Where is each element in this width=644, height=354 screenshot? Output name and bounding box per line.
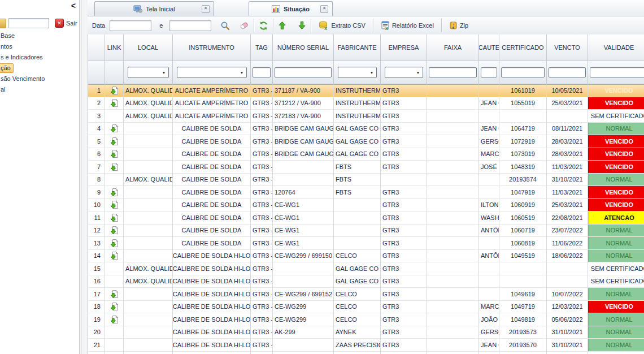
sidebar-search-input[interactable] [8,18,49,28]
search-icon[interactable] [219,20,231,32]
table-row[interactable]: 11CALIBRE DE SOLDAGTR3 -CE-WG1GTR3WASHI1… [88,211,644,225]
cell-local [124,250,173,263]
table-row[interactable]: 9CALIBRE DE SOLDAGTR3 -120764FBTSGTR3104… [88,186,644,199]
filter-input-tag[interactable] [253,67,271,77]
cell-link [105,186,124,199]
download-link-icon[interactable] [110,149,119,158]
cell-fabricante: GAL GAGE CO [334,262,381,275]
download-link-icon[interactable] [110,137,119,146]
cell-empresa: GTR3 [381,288,427,301]
filter-select-empresa[interactable]: ▼ [385,67,423,78]
filter-input-vencto[interactable] [549,67,586,77]
filter-cell-link [105,61,124,84]
column-header-caute: CAUTE [479,34,499,61]
cell-link [105,301,124,314]
toolbar-button-zip[interactable]: Zip [445,19,472,32]
cell-n: 9 [88,186,105,199]
cell-link [105,148,124,161]
sidebar-item-0[interactable]: Base [0,32,15,39]
download-link-icon[interactable] [110,302,119,311]
download-link-icon[interactable] [110,162,119,171]
filter-input-serial[interactable] [275,67,332,77]
cell-instrumento: CALIBRE DE SOLDA HI-LO [173,250,251,263]
table-row[interactable]: 4CALIBRE DE SOLDAGTR3 -BRIDGE CAM GAUGEG… [88,123,644,136]
tab-situação[interactable]: Situação✕ [249,1,333,16]
table-row[interactable]: 12CALIBRE DE SOLDAGTR3 -CE-WG1GTR3ANTÔN1… [88,225,644,238]
cell-empresa: GTR3 [381,161,427,174]
table-row[interactable]: 14CALIBRE DE SOLDA HI-LOGTR3 -CE-WG299 /… [88,250,644,263]
table-row[interactable]: 10CALIBRE DE SOLDAGTR3 -CE-WG1GTR3ILTON1… [88,199,644,212]
sidebar-item-2[interactable]: s e Indicadores [0,54,43,61]
cell-tag: GTR3 - [251,237,273,250]
arrow-down-icon[interactable] [297,20,307,31]
table-row[interactable]: 17CALIBRE DE SOLDA HI-LOGTR3 -CE-WG299 /… [88,288,644,301]
table-row[interactable]: 2ALMOX. QUALIDADEALICATE AMPERÍMETROGTR3… [88,97,644,110]
exit-label: Sair [66,20,77,27]
table-row[interactable]: 20CALIBRE DE SOLDA HI-LOGTR3 -AK-299AYNE… [88,326,644,339]
table-row[interactable]: 6CALIBRE DE SOLDAGTR3 -BRIDGE CAM GAUGEG… [88,148,644,161]
tab-tela-inicial[interactable]: Tela Inicial✕ [94,1,214,16]
cell-serial: CE-WG1 [273,199,334,212]
filter-input-faixa[interactable] [429,67,477,77]
cell-vencto [547,110,588,123]
filter-input-caute[interactable] [481,67,497,77]
download-link-icon[interactable] [110,251,119,260]
table-row[interactable]: 15ALMOX. QUALIDADECALIBRE DE SOLDA HI-LO… [88,262,644,275]
download-link-icon[interactable] [110,124,119,133]
table-row[interactable]: 5CALIBRE DE SOLDAGTR3 -BRIDGE CAM GAUGEG… [88,135,644,148]
filter-select-fabricante[interactable]: ▼ [338,67,377,78]
cell-tag: GTR3 - [251,199,273,212]
filter-input-certificado[interactable] [501,67,545,77]
download-link-icon[interactable] [110,226,119,235]
cell-empresa [381,174,427,187]
eraser-icon[interactable] [238,20,250,31]
cell-tag: GTR3 - [251,352,273,354]
arrow-up-icon[interactable] [277,20,288,31]
cell-faixa [427,275,479,288]
csv-database-icon: X [319,21,329,30]
table-row[interactable]: 8ALMOX. QUALIDADECALIBRE DE SOLDAGTR3 -F… [88,174,644,187]
download-link-icon[interactable] [110,239,119,248]
tab-close-icon[interactable]: ✕ [320,5,328,13]
download-link-icon[interactable] [110,188,119,197]
cell-validade: VENCIDO [588,199,644,212]
download-link-icon[interactable] [110,213,119,222]
filter-input-validade[interactable] [590,67,644,77]
filter-select-instrumento[interactable]: ▼ [177,67,247,78]
exit-button[interactable]: ✕ Sair [54,18,79,28]
cell-instrumento: CALIBRE DE SOLDA HI-LO [173,339,251,352]
table-row[interactable]: 22CALIBRE DE SOLDA HI-LOGTR3 - [88,352,644,354]
table-row[interactable]: 1ALMOX. QUALIDADEALICATE AMPERÍMETROGTR3… [88,84,644,97]
toolbar-button-relatório-excel[interactable]: XRelatório Excel [377,19,438,32]
tab-close-icon[interactable]: ✕ [202,5,210,13]
table-row[interactable]: 13CALIBRE DE SOLDAGTR3 -CE-WG1GTR3106081… [88,237,644,250]
cell-link [105,250,124,263]
sidebar-item-3[interactable]: ção [0,63,14,73]
sidebar-item-5[interactable]: al [0,86,6,93]
refresh-icon[interactable] [258,20,269,32]
sidebar-item-4[interactable]: são Vencimento [0,75,45,82]
filter-select-local[interactable]: ▼ [128,67,169,78]
download-link-icon[interactable] [110,86,119,95]
date-from-input[interactable] [110,20,151,31]
sidebar-item-1[interactable]: ntos [0,43,12,50]
table-row[interactable]: 16ALMOX. QUALIDADECALIBRE DE SOLDA HI-LO… [88,275,644,288]
download-link-icon[interactable] [110,315,119,324]
download-link-icon[interactable] [110,290,119,299]
cell-vencto: 12/03/2021 [547,301,588,314]
table-row[interactable]: 18CALIBRE DE SOLDA HI-LOGTR3 -CE-WG299CE… [88,301,644,314]
cell-vencto: 31/10/2021 [547,339,588,352]
date-to-input[interactable] [169,20,211,31]
download-link-icon[interactable] [110,98,119,107]
toolbar-button-extrato-csv[interactable]: XExtrato CSV [315,19,369,32]
cell-certificado: 1049719 [499,301,547,314]
download-link-icon[interactable] [110,200,119,209]
table-row[interactable]: 7CALIBRE DE SOLDAGTR3 -FBTSGTR3JOSÉ M104… [88,161,644,174]
cell-empresa: GTR3 [381,237,427,250]
table-row[interactable]: 19CALIBRE DE SOLDA HI-LOGTR3 -CE-WG299CE… [88,313,644,326]
cell-validade: NORMAL [588,174,644,187]
table-row[interactable]: 21CALIBRE DE SOLDA HI-LOGTR3 -ZAAS PRECI… [88,339,644,352]
sidebar-collapse-icon[interactable]: < [71,1,76,10]
status-badge: VENCIDO [588,186,644,198]
table-row[interactable]: 3ALMOX. QUALIDADEALICATE AMPERÍMETROGTR3… [88,110,644,123]
